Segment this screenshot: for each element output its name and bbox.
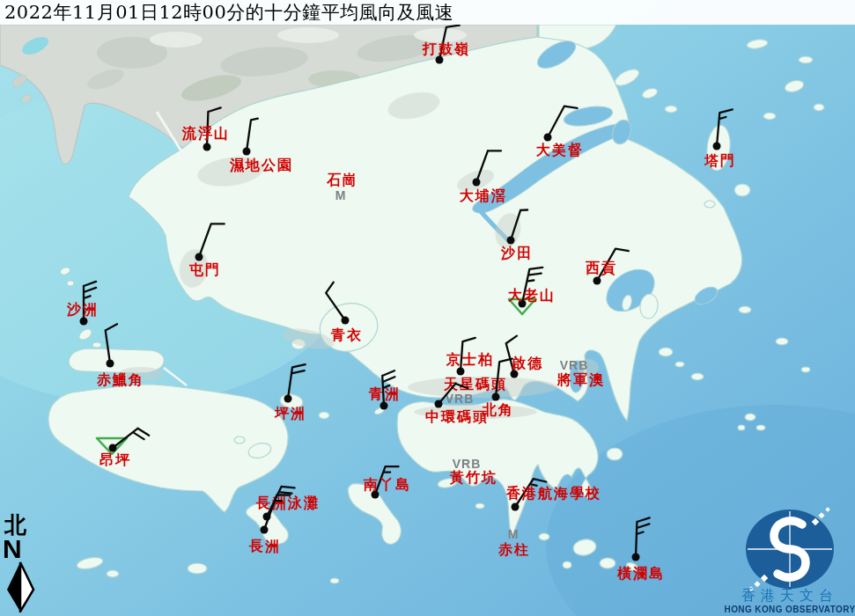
station-label: 塔門: [704, 152, 736, 169]
station-label: 濕地公園: [229, 157, 293, 173]
station-note: VRB: [560, 358, 589, 372]
station-dot: [457, 368, 465, 376]
station-label: 青洲: [368, 385, 401, 402]
station-label: 啟德: [511, 355, 543, 371]
station-sha-chau: 沙洲: [66, 282, 99, 326]
station-note: VRB: [446, 392, 475, 406]
station-lamma-island: 南丫島: [363, 466, 411, 498]
station-ta-kwu-ling: 打鼓嶺: [422, 26, 470, 64]
station-label: 將軍澳: [556, 371, 605, 388]
station-dot: [80, 318, 88, 326]
wind-barb: [199, 224, 225, 257]
station-dot: [593, 277, 601, 285]
station-note: M: [335, 188, 347, 202]
station-green-island: 青洲: [368, 370, 401, 409]
hko-name-zh: 香港天文台: [741, 587, 838, 604]
wind-barb: [106, 324, 117, 363]
wind-barb: [247, 119, 258, 151]
station-shek-kong: 石崗M: [326, 172, 358, 202]
station-kai-tak: 啟德: [506, 336, 543, 378]
station-label: 北角: [482, 401, 514, 418]
station-tseung-kwan-o: 將軍澳VRB: [556, 358, 605, 388]
compass-arrow-icon: [3, 561, 38, 612]
station-wong-chuk-hang: 黃竹坑VRB: [449, 457, 498, 486]
wind-barb: [548, 106, 578, 137]
station-label: 中環碼頭: [425, 408, 489, 425]
hko-name-en: HONG KONG OBSERVATORY: [725, 605, 855, 614]
station-label: 赤鱲角: [96, 371, 144, 388]
station-sai-kung: 西貢: [585, 249, 629, 285]
station-label: 流浮山: [181, 125, 230, 142]
station-tsing-yi: 青衣: [326, 282, 363, 343]
station-note: M: [508, 527, 520, 541]
station-lau-fau-shan: 流浮山: [181, 107, 230, 150]
wind-barb: [326, 282, 345, 320]
station-label: 赤柱: [498, 541, 530, 558]
station-label: 南丫島: [363, 476, 411, 493]
station-label: 黃竹坑: [449, 469, 498, 486]
station-hk-sea-school: 香港航海學校: [505, 479, 601, 510]
station-dot: [243, 148, 251, 156]
station-stanley: 赤柱M: [498, 527, 530, 558]
wind-barb: [717, 109, 733, 146]
station-dot: [107, 360, 114, 368]
wind-barb: [288, 364, 306, 399]
station-label: 沙田: [500, 245, 533, 261]
station-label: 青衣: [330, 326, 363, 343]
map-title: 2022年11月01日12時00分的十分鐘平均風向及風速: [0, 0, 855, 25]
station-kings-park: 京士柏: [446, 338, 494, 376]
station-waglan-island: 橫瀾島: [616, 517, 665, 582]
station-dot: [544, 134, 552, 142]
station-dot: [632, 554, 640, 561]
station-label: 大美督: [536, 142, 584, 158]
station-label: 長洲泳灘: [255, 495, 320, 511]
hko-logo: 香港天文台 HONG KONG OBSERVATORY: [725, 505, 855, 616]
station-dot: [473, 179, 481, 187]
north-letter-label: N: [3, 537, 41, 561]
station-wetland-park: 濕地公園: [229, 119, 293, 173]
station-dot: [380, 402, 388, 410]
wind-map-screen: 打鼓嶺流浮山濕地公園石崗M大美督塔門大埔滘沙田屯門沙洲西貢大老山青衣赤鱲角京士柏…: [0, 0, 855, 616]
station-dot: [261, 526, 269, 534]
station-dot: [284, 395, 292, 403]
wind-barb: [476, 150, 501, 182]
station-tai-mei-tuk: 大美督: [536, 106, 584, 158]
station-dot: [507, 237, 515, 245]
station-label: 大埔滘: [460, 187, 507, 204]
station-chek-lap-kok: 赤鱲角: [96, 324, 144, 388]
station-tap-mun: 塔門: [704, 109, 736, 169]
station-tai-po-kau: 大埔滘: [460, 150, 507, 204]
station-label: 香港航海學校: [505, 485, 601, 502]
station-dot: [512, 503, 520, 511]
station-label: 長洲: [248, 538, 281, 554]
station-label: 西貢: [585, 260, 617, 276]
station-dot: [492, 393, 500, 401]
station-tates-cairn: 大老山: [508, 268, 556, 314]
station-dot: [713, 143, 721, 150]
station-dot: [195, 253, 203, 261]
station-label: 昂坪: [100, 451, 131, 468]
wind-barb: [636, 517, 650, 557]
station-label: 沙洲: [66, 301, 99, 318]
station-label: 石崗: [326, 172, 358, 188]
station-ngong-ping: 昂坪: [97, 429, 149, 468]
station-label: 大老山: [508, 287, 556, 304]
station-label: 坪洲: [274, 405, 306, 422]
wind-barb: [511, 210, 527, 241]
station-label: 京士柏: [446, 351, 494, 368]
station-sha-tin: 沙田: [500, 210, 533, 262]
station-dot: [435, 400, 443, 408]
station-cheung-chau-beach: 長洲泳灘: [255, 487, 320, 521]
station-label: 橫瀾島: [616, 565, 665, 582]
station-peng-chau: 坪洲: [274, 364, 306, 422]
north-compass: 北 N: [3, 514, 41, 612]
station-tuen-mun: 屯門: [188, 224, 225, 278]
station-label: 屯門: [188, 261, 221, 278]
station-note: VRB: [453, 457, 482, 471]
station-dot: [203, 143, 211, 151]
station-label: 打鼓嶺: [422, 40, 470, 57]
station-dot: [342, 317, 350, 325]
